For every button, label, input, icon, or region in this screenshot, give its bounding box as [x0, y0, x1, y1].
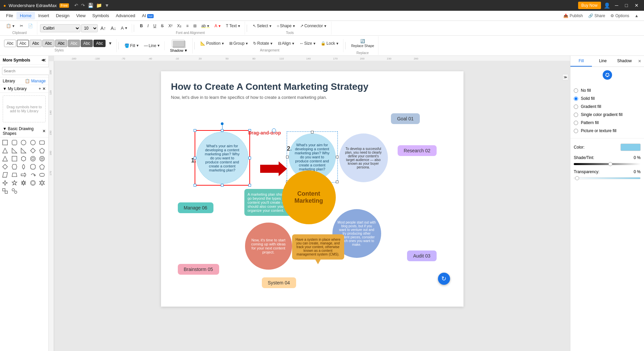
handle-rotate[interactable]	[221, 122, 224, 125]
handle2-mr[interactable]	[336, 156, 338, 158]
menu-file[interactable]: File	[3, 12, 16, 20]
text-button[interactable]: T Text ▼	[224, 22, 243, 30]
collapse-arrow[interactable]: ▼	[3, 86, 7, 91]
shape-small1[interactable]	[1, 187, 9, 195]
shape-star5[interactable]	[11, 179, 18, 187]
shadow-tab[interactable]: Shadow	[614, 56, 635, 67]
strikethrough-button[interactable]: S	[159, 22, 166, 30]
italic-button[interactable]: I	[146, 22, 151, 30]
shape-badge[interactable]	[29, 179, 37, 187]
replace-button[interactable]: 🔄 Replace Shape	[349, 36, 376, 50]
fab-action-button[interactable]: ↻	[438, 273, 450, 285]
research-bubble[interactable]: Research 02	[398, 145, 436, 156]
handle-bm[interactable]	[221, 184, 224, 187]
maximize-button[interactable]: □	[623, 2, 630, 9]
canvas-area[interactable]: -160 -130 -70 -40 -10 20 50 80 110 140 1…	[49, 56, 570, 351]
size-button[interactable]: ↔ Size ▼	[297, 39, 318, 48]
shape-parallelogram[interactable]	[1, 171, 9, 179]
fill-style-icon[interactable]	[603, 70, 612, 80]
handle-mr[interactable]	[248, 157, 251, 159]
close-button[interactable]: ✕	[633, 2, 641, 9]
connection-point[interactable]	[272, 128, 276, 132]
style-swatch-2[interactable]: Abc	[17, 40, 29, 47]
shape-star6[interactable]	[20, 179, 27, 187]
increase-font-btn[interactable]: A↑	[98, 24, 108, 33]
save-icon[interactable]: 💾	[88, 3, 93, 8]
font-color-btn[interactable]: A ▼	[119, 24, 130, 33]
style-swatch-7[interactable]: Abc	[81, 40, 93, 47]
highlight-button[interactable]: ab ▼	[199, 22, 212, 30]
shape-target[interactable]	[38, 155, 46, 162]
shape-octagon[interactable]	[29, 163, 37, 170]
font-family-select[interactable]: Calibri	[40, 24, 80, 32]
diagram-canvas[interactable]: 1.	[171, 107, 453, 295]
collapse-ribbon[interactable]: ▲	[632, 12, 641, 20]
shape-circle2[interactable]	[29, 139, 37, 146]
options-button[interactable]: ⚙ Options	[608, 12, 632, 20]
shape-hexagon[interactable]	[20, 155, 27, 162]
menu-view[interactable]: View	[73, 12, 89, 20]
shape-arrow-curved[interactable]	[29, 171, 37, 179]
shape-rounded-rect2[interactable]	[38, 139, 46, 146]
superscript-button[interactable]: X²	[166, 22, 174, 30]
style-swatch-6[interactable]: Abc	[68, 40, 80, 47]
picture-fill-option[interactable]: Picture or texture fill	[574, 127, 641, 135]
shape-bevel[interactable]	[11, 163, 18, 170]
subscript-button[interactable]: X₂	[175, 22, 184, 30]
transparency-thumb[interactable]	[575, 176, 579, 180]
more-icon[interactable]: ▼	[105, 3, 109, 8]
no-fill-radio[interactable]	[574, 88, 578, 93]
style-swatch-3[interactable]: Abc	[30, 40, 42, 47]
solid-fill-radio[interactable]	[574, 96, 578, 101]
solid-fill-option[interactable]: Solid fill	[574, 94, 641, 103]
shape-diamond[interactable]	[29, 147, 37, 154]
shadow-dropdown[interactable]: ▼	[184, 48, 188, 52]
shape-triangle-outline[interactable]	[1, 155, 9, 162]
shape-button[interactable]: ○ Shape ▼	[275, 22, 298, 30]
handle-tl[interactable]	[194, 129, 196, 132]
close-library-icon[interactable]: ✕	[42, 86, 46, 91]
gradient-fill-radio[interactable]	[574, 105, 578, 109]
menu-insert[interactable]: Insert	[35, 12, 53, 20]
panel-close-button[interactable]: ✕	[635, 57, 644, 65]
shapes-collapse-arrow[interactable]: ▼	[3, 126, 7, 131]
handle-tm[interactable]	[221, 129, 224, 132]
menu-symbols[interactable]: Symbols	[89, 12, 113, 20]
pattern-fill-radio[interactable]	[574, 121, 578, 125]
shape-small2[interactable]	[11, 187, 18, 195]
manage-bubble[interactable]: Manage 06	[178, 202, 213, 213]
fill-tab[interactable]: Fill	[570, 56, 592, 67]
align-button[interactable]: ⊟ Align ▼	[276, 39, 297, 48]
red-circle[interactable]: Now, it's time to start coming up with i…	[245, 223, 292, 270]
decrease-font-btn[interactable]: A↓	[109, 24, 118, 33]
style-swatch-5[interactable]: Abc	[55, 40, 67, 47]
no-fill-option[interactable]: No fill	[574, 86, 641, 94]
user-avatar[interactable]: 👤	[604, 2, 610, 9]
shape-triangle[interactable]	[1, 147, 9, 154]
canvas-scroll[interactable]: How to Create A Content Marketing Strate…	[54, 61, 570, 351]
handle-ml[interactable]	[194, 157, 196, 159]
font-color2-button[interactable]: A ▼	[212, 22, 223, 30]
sidebar-collapse-icon[interactable]: ≪	[41, 58, 46, 63]
fill-button[interactable]: 🪣 Fill ▼	[122, 41, 141, 50]
lock-button[interactable]: 🔒 Lock ▼	[319, 39, 341, 48]
copy-button[interactable]: 📄	[26, 22, 35, 30]
system-bubble[interactable]: System 04	[262, 277, 296, 288]
shape-rounded-rect[interactable]	[11, 139, 18, 146]
bold-button[interactable]: B	[138, 22, 145, 30]
handle2-br[interactable]	[336, 181, 338, 183]
share-button[interactable]: 🔗 Share	[586, 12, 608, 20]
purple-circle[interactable]: To develop a successful plan, you need t…	[339, 133, 388, 182]
pattern-fill-option[interactable]: Pattern fill	[574, 119, 641, 127]
style-swatch-1[interactable]: Abc	[4, 40, 16, 47]
menu-home[interactable]: Home	[16, 12, 35, 20]
shape-right-triangle2[interactable]	[20, 147, 27, 154]
styles-scroll-down[interactable]: ▼	[106, 39, 114, 48]
shape-pentagon2[interactable]	[38, 163, 46, 170]
handle2-tm[interactable]	[311, 131, 314, 133]
search-input[interactable]	[2, 67, 52, 75]
shapes-close-icon[interactable]: ✕	[42, 129, 46, 133]
audit-bubble[interactable]: Audit 03	[407, 250, 436, 261]
manage-label[interactable]: Manage	[31, 79, 46, 83]
redo-icon[interactable]: ↷	[81, 3, 85, 8]
